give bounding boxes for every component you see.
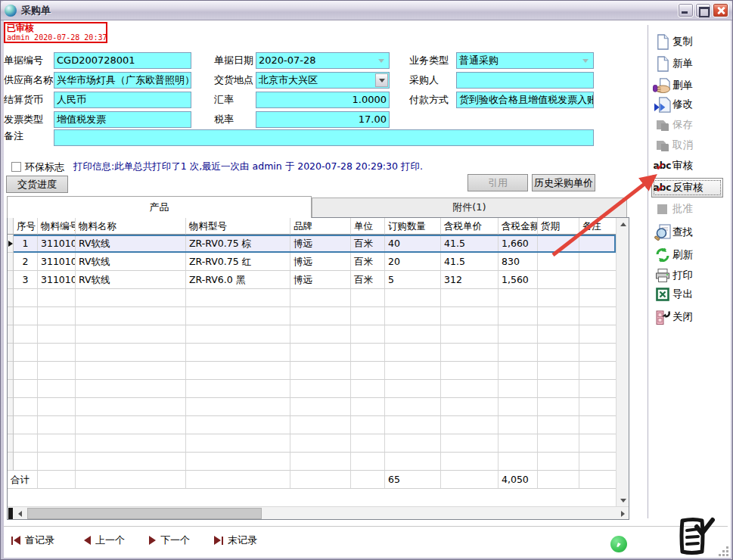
col-header-code[interactable]: 物料编号 bbox=[38, 218, 76, 235]
col-header-qty[interactable]: 订购数量 bbox=[385, 218, 441, 235]
document-check-icon bbox=[674, 514, 715, 560]
audit-status-meta: admin 2020-07-28 20:37 bbox=[7, 33, 104, 42]
delivery-place-combo[interactable]: 北京市大兴区 bbox=[256, 72, 390, 89]
window-controls bbox=[678, 3, 732, 17]
col-header-no[interactable]: 序号 bbox=[14, 218, 38, 235]
nav-next-record[interactable]: 下一个 bbox=[149, 534, 190, 547]
sidebar-export-button[interactable]: 导出 bbox=[652, 285, 728, 304]
empty-row bbox=[8, 434, 616, 453]
empty-row bbox=[8, 344, 616, 362]
payment-label: 付款方式 bbox=[409, 92, 449, 108]
titlebar: 采购单 bbox=[1, 1, 732, 20]
sidebar-audit-button[interactable]: abc✔ 审核 bbox=[652, 156, 728, 176]
maximize-button[interactable] bbox=[695, 3, 711, 17]
sidebar-print-button[interactable]: 打印 bbox=[652, 266, 728, 285]
sidebar-close-button[interactable]: 关闭 bbox=[652, 307, 728, 327]
delivery-place-label: 交货地点 bbox=[214, 72, 253, 89]
total-amount: 4,050 bbox=[499, 471, 538, 489]
save-icon bbox=[652, 116, 672, 134]
supplier-field[interactable]: 兴华市场灯具（广东欧普照明） bbox=[54, 72, 191, 89]
col-header-brand[interactable]: 品牌 bbox=[290, 218, 351, 235]
remark-label: 备注 bbox=[4, 128, 23, 145]
exchange-rate-field[interactable]: 1.0000 bbox=[256, 92, 390, 108]
table-row[interactable]: 1 31101030 RV软线 ZR-RV0.75 棕 博远 百米 40 41.… bbox=[8, 235, 616, 253]
nav-last-record[interactable]: 末记录 bbox=[214, 534, 257, 547]
window-title: 采购单 bbox=[21, 4, 51, 17]
refresh-icon bbox=[652, 246, 672, 264]
sidebar-divider bbox=[648, 25, 648, 518]
table-header-row: 序号 物料编号 物料名称 物料型号 品牌 单位 订购数量 含税单价 含税金额 货… bbox=[8, 218, 616, 235]
excel-export-icon bbox=[652, 285, 672, 303]
delivery-progress-button[interactable]: 交货进度 bbox=[6, 176, 68, 193]
close-button[interactable] bbox=[713, 3, 728, 17]
sidebar-new-button[interactable]: 新单 bbox=[652, 54, 728, 73]
payment-field[interactable]: 货到验收合格且增值税发票入账后 bbox=[456, 92, 594, 108]
scroll-right-icon[interactable] bbox=[617, 507, 629, 520]
biz-type-value: 普通采购 bbox=[459, 54, 499, 66]
row-selector-header bbox=[8, 218, 14, 235]
doc-date-combo[interactable]: 2020-07-28 bbox=[256, 52, 390, 69]
scroll-up-icon[interactable] bbox=[617, 218, 629, 230]
remark-field[interactable] bbox=[54, 129, 594, 146]
col-header-price[interactable]: 含税单价 bbox=[441, 218, 499, 235]
total-qty: 65 bbox=[385, 471, 441, 489]
tab-products[interactable]: 产品 bbox=[7, 196, 312, 218]
nav-previous-record[interactable]: 上一个 bbox=[84, 534, 125, 547]
scroll-left-icon[interactable] bbox=[14, 507, 26, 520]
horizontal-scrollbar[interactable] bbox=[8, 506, 629, 519]
delivery-place-dropdown-icon[interactable] bbox=[375, 73, 388, 87]
sidebar-cancel-button[interactable]: 取消 bbox=[652, 135, 728, 155]
sidebar-copy-button[interactable]: 复制 bbox=[652, 32, 728, 51]
nav-first-record[interactable]: 首记录 bbox=[11, 534, 54, 547]
bottom-separator bbox=[4, 526, 728, 527]
sidebar-find-button[interactable]: 查找 bbox=[652, 222, 728, 242]
next-record-icon bbox=[149, 536, 156, 545]
line-items-table: 序号 物料编号 物料名称 物料型号 品牌 单位 订购数量 含税单价 含税金额 货… bbox=[7, 217, 629, 520]
first-record-icon bbox=[11, 536, 20, 545]
audit-abc-check-icon: abc✔ bbox=[652, 157, 672, 175]
table-row[interactable]: 2 31101030 RV软线 ZR-RV0.75 红 博远 百米 20 41.… bbox=[8, 253, 616, 271]
col-header-name[interactable]: 物料名称 bbox=[76, 218, 186, 235]
last-record-icon bbox=[214, 536, 223, 545]
eco-mark-checkbox[interactable] bbox=[11, 162, 21, 172]
splitter-handle[interactable] bbox=[8, 508, 13, 519]
vertical-scrollbar[interactable] bbox=[616, 218, 629, 506]
empty-row bbox=[8, 325, 616, 344]
tax-rate-field[interactable]: 17.00 bbox=[256, 111, 390, 128]
exchange-rate-label: 汇率 bbox=[214, 92, 234, 108]
printer-icon bbox=[652, 266, 672, 285]
tab-attachments[interactable]: 附件(1) bbox=[312, 198, 627, 217]
delivery-place-value: 北京市大兴区 bbox=[259, 74, 318, 86]
sidebar-save-button[interactable]: 保存 bbox=[652, 115, 728, 135]
sidebar-delete-button[interactable]: 删单 bbox=[652, 76, 728, 95]
col-header-delivery[interactable]: 货期 bbox=[538, 218, 579, 235]
resize-grip[interactable] bbox=[718, 546, 728, 556]
sidebar-unaudit-button[interactable]: abc✔ 反审核 bbox=[651, 178, 723, 198]
sidebar-approve-button[interactable]: 批准 bbox=[652, 199, 728, 219]
row-selector-marker bbox=[8, 235, 14, 253]
col-header-unit[interactable]: 单位 bbox=[351, 218, 385, 235]
exit-door-icon bbox=[652, 308, 672, 326]
empty-row bbox=[8, 398, 616, 416]
quote-button[interactable]: 引用 bbox=[467, 174, 528, 191]
doc-date-label: 单据日期 bbox=[214, 52, 253, 69]
minimize-button[interactable] bbox=[678, 3, 694, 17]
print-info-text: 打印信息:此单总共打印了1 次,最近一次由 admin 于 2020-07-28… bbox=[73, 160, 423, 173]
col-header-model[interactable]: 物料型号 bbox=[186, 218, 290, 235]
biz-type-combo[interactable]: 普通采购 bbox=[456, 52, 594, 69]
currency-field[interactable]: 人民币 bbox=[54, 92, 191, 108]
purchase-order-window: 采购单 已审核 admin 2020-07-28 20:37 单据编号 CGD2… bbox=[0, 0, 733, 560]
doc-no-field[interactable]: CGD200728001 bbox=[54, 52, 191, 69]
table-row[interactable]: 3 31101030 RV软线 ZR-RV6.0 黑 博远 百米 5 312 1… bbox=[8, 271, 616, 289]
history-price-button[interactable]: 历史采购单价 bbox=[532, 174, 595, 191]
sidebar-modify-button[interactable]: 修改 bbox=[652, 95, 728, 114]
hscroll-thumb[interactable] bbox=[27, 508, 262, 519]
modify-icon bbox=[652, 95, 672, 114]
scroll-down-icon[interactable] bbox=[617, 494, 629, 506]
sidebar-refresh-button[interactable]: 刷新 bbox=[652, 245, 728, 265]
col-header-amount[interactable]: 含税金额 bbox=[499, 218, 538, 235]
invoice-type-field[interactable]: 增值税发票 bbox=[54, 111, 191, 128]
col-header-remark[interactable]: 备注 bbox=[579, 218, 616, 235]
purchaser-field[interactable] bbox=[456, 72, 594, 89]
biz-type-dropdown-icon bbox=[579, 55, 592, 67]
